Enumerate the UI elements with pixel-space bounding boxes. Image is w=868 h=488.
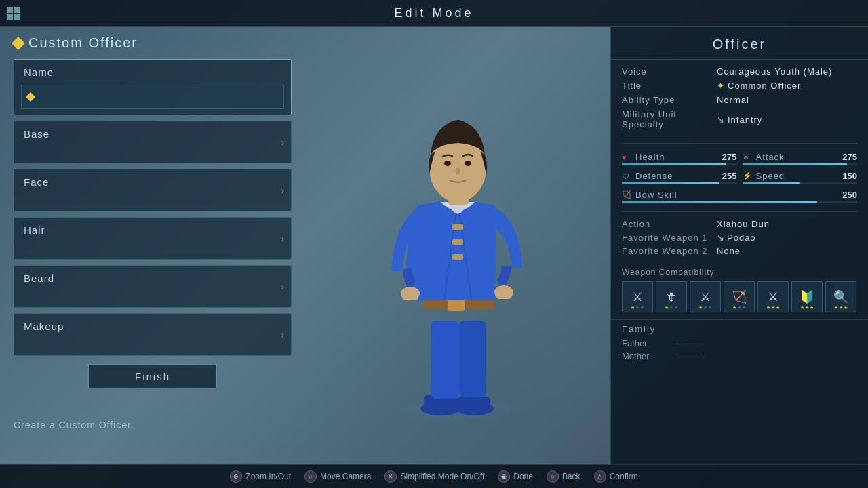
bottom-bar: ⊕ Zoom In/Out ○ Move Camera ✕ Simplified…	[0, 464, 868, 488]
name-input-area[interactable]	[21, 85, 284, 109]
numeric-stats: ♥ Health 275 ⚔ Attack 275 🛡 Defense	[611, 146, 868, 209]
weapon-slot-4: ⚔ ★★★	[757, 281, 789, 312]
attack-label: Attack	[756, 152, 833, 162]
title-icon: ✦	[717, 81, 725, 91]
weapon-slot-4-icon: ⚔	[768, 289, 778, 304]
bow-icon: 🏹	[622, 190, 631, 199]
base-arrow-icon: ›	[281, 137, 284, 148]
defense-icon: 🛡	[622, 172, 631, 180]
bow-value: 250	[837, 190, 857, 200]
base-content	[14, 144, 291, 163]
svg-rect-13	[452, 224, 463, 230]
attack-bar-fill	[743, 163, 847, 165]
infantry-icon: ↘	[717, 115, 725, 125]
move-label: Move Camera	[320, 472, 371, 481]
menu-item-makeup[interactable]: Makeup ›	[14, 313, 292, 356]
confirm-btn: △	[594, 470, 606, 483]
base-label: Base	[14, 121, 291, 144]
finish-label: Finish	[135, 371, 170, 382]
header-diamond-icon	[12, 37, 25, 50]
voice-label: Voice	[622, 66, 717, 77]
menu-item-hair[interactable]: Hair ›	[14, 217, 292, 260]
father-value: ———	[676, 338, 703, 348]
done-btn: ◉	[498, 470, 510, 483]
top-bar: Edit Mode	[0, 0, 868, 27]
svg-rect-10	[459, 321, 486, 397]
weapon1-icon: ↘	[717, 232, 725, 243]
weapon-compat-section: Weapon Compatibility ⚔ ★★★ 🗡 ★★★ ⚔ ★★★ 🏹…	[611, 264, 868, 317]
menu-item-face[interactable]: Face ›	[14, 169, 292, 211]
defense-value: 255	[717, 171, 737, 181]
face-arrow-icon: ›	[281, 185, 284, 196]
svg-point-22	[444, 161, 451, 166]
back-control: ○ Back	[547, 470, 580, 483]
action-section: Action Xiahou Dun Favorite Weapon 1 ↘Pod…	[611, 215, 868, 264]
confirm-label: Confirm	[610, 472, 638, 481]
makeup-content	[14, 336, 291, 355]
father-label: Father	[622, 338, 676, 348]
weapon-slot-6: 🔍 ★★★	[825, 281, 856, 312]
title-value: ✦Common Officer	[717, 81, 801, 91]
voice-row: Voice Courageous Youth (Male)	[622, 66, 857, 77]
back-label: Back	[562, 472, 580, 481]
action-label: Action	[622, 219, 717, 229]
stats-divider	[622, 143, 857, 144]
mother-value: ———	[676, 351, 703, 361]
speed-bar-fill	[743, 182, 800, 184]
fav-weapon1-value: ↘Podao	[717, 232, 756, 243]
left-panel: Custom Officer Name Base › Face › Hair ›…	[0, 27, 305, 464]
father-row: Father ———	[622, 338, 857, 348]
svg-rect-14	[452, 239, 463, 245]
defense-bar	[622, 182, 737, 184]
done-control: ◉ Done	[498, 470, 533, 483]
weapon-slot-0: ⚔ ★★★	[622, 281, 653, 312]
zoom-label: Zoom In/Out	[245, 472, 291, 481]
fav-weapon2-value: None	[717, 246, 741, 256]
weapon-slot-6-icon: 🔍	[833, 289, 848, 304]
top-left-icon	[5, 5, 22, 22]
svg-rect-19	[402, 288, 418, 300]
bow-stat: 🏹 Bow Skill 250	[622, 190, 857, 203]
fav-weapon2-label: Favorite Weapon 2	[622, 246, 717, 256]
move-control: ○ Move Camera	[304, 470, 371, 483]
ability-value: Normal	[717, 95, 749, 105]
bow-label: Bow Skill	[635, 190, 833, 200]
menu-item-base[interactable]: Base ›	[14, 121, 292, 163]
simplified-label: Simplified Mode On/Off	[400, 472, 484, 481]
move-btn: ○	[304, 470, 317, 483]
custom-officer-title: Custom Officer	[28, 35, 138, 51]
family-section: Family Father ——— Mother ———	[611, 319, 868, 368]
beard-label: Beard	[14, 266, 291, 288]
defense-bar-fill	[622, 182, 719, 184]
fav-weapon1-row: Favorite Weapon 1 ↘Podao	[622, 232, 857, 243]
zoom-control: ⊕ Zoom In/Out	[230, 470, 291, 483]
action-row: Action Xiahou Dun	[622, 219, 857, 229]
officer-stats-section: Voice Courageous Youth (Male) Title ✦Com…	[611, 60, 868, 140]
weapon-slot-3-icon: 🏹	[732, 289, 747, 304]
confirm-control: △ Confirm	[594, 470, 638, 483]
health-bar-fill	[622, 163, 726, 165]
finish-button[interactable]: Finish	[88, 364, 217, 388]
action-divider	[622, 211, 857, 212]
menu-item-beard[interactable]: Beard ›	[14, 265, 292, 308]
weapon-slot-1-icon: 🗡	[665, 290, 677, 304]
weapon-slot-2: ⚔ ★★★	[690, 281, 721, 312]
health-icon: ♥	[622, 153, 631, 161]
mother-row: Mother ———	[622, 351, 857, 361]
menu-item-name[interactable]: Name	[14, 59, 292, 115]
speed-value: 150	[837, 171, 857, 181]
infantry-text: Infantry	[728, 115, 762, 125]
bow-bar	[622, 201, 857, 203]
character-figure	[363, 56, 553, 436]
beard-arrow-icon: ›	[281, 281, 284, 292]
svg-rect-2	[7, 14, 13, 20]
mother-label: Mother	[622, 351, 676, 361]
ability-label: Ability Type	[622, 95, 717, 105]
name-diamond-icon	[26, 92, 35, 102]
bow-bar-fill	[622, 201, 817, 203]
military-label: Military Unit Specialty	[622, 109, 717, 129]
back-btn: ○	[547, 470, 559, 483]
weapon-icons-row: ⚔ ★★★ 🗡 ★★★ ⚔ ★★★ 🏹 ★★★ ⚔ ★★★ 🔰 ★★★	[622, 281, 857, 312]
hair-content	[14, 240, 291, 259]
speed-stat: ⚡ Speed 150	[743, 171, 858, 184]
